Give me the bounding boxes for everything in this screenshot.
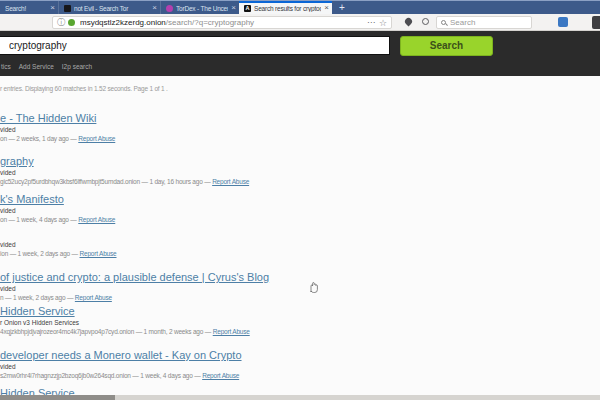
result-meta: s2mw0rhr4i7rhagnzzjp2bzoq6jb0w264sqd.oni… xyxy=(0,372,239,379)
nav-link-statistics[interactable]: tics xyxy=(1,63,11,70)
horizontal-scrollbar[interactable] xyxy=(0,395,600,400)
tab-title: not Evil - Search Tor xyxy=(74,5,149,12)
result-description: vided xyxy=(0,363,16,370)
toolbar-search-box[interactable]: Search xyxy=(436,16,532,29)
tab-search-results-active[interactable]: A Search results for cryptography – × xyxy=(239,1,332,15)
query-input[interactable] xyxy=(0,36,390,55)
tab-title: TorDex - The Uncensored Tor Se xyxy=(176,5,228,12)
result-meta: 4xqjzkbhpjdjvajrozeor4mc4k7japvpo4p7cyd.… xyxy=(0,328,250,335)
report-abuse-link[interactable]: Report Abuse xyxy=(78,135,115,142)
result-title-link[interactable]: graphy xyxy=(0,155,34,167)
ahmia-favicon-icon: A xyxy=(244,5,251,12)
url-domain: msydqstlz2kzerdg.onion xyxy=(80,18,166,27)
result-description: vided xyxy=(0,285,16,292)
result-title-link[interactable]: e - The Hidden Wiki xyxy=(0,112,96,124)
result-description: vided xyxy=(0,207,16,214)
results-summary: r entries. Displaying 60 matches in 1.52… xyxy=(0,85,168,92)
nav-link-add-service[interactable]: Add Service xyxy=(19,63,54,70)
result-url-and-age: on — 2 weeks, 1 day ago — xyxy=(0,135,78,142)
header-nav-links: tics Add Service I2p search xyxy=(1,63,92,70)
result-meta: on — 2 weeks, 1 day ago — Report Abuse xyxy=(0,135,115,142)
url-text: msydqstlz2kzerdg.onion/search/?q=cryptog… xyxy=(80,18,363,27)
scrollbar-thumb[interactable] xyxy=(0,395,115,400)
result-description: vided xyxy=(0,169,16,176)
security-level-icon[interactable] xyxy=(422,18,429,25)
result-meta: gic52ucy2pf5urdbhqw3kbsf6lffwmbpjt5umdad… xyxy=(0,178,249,185)
noscript-icon[interactable] xyxy=(404,17,414,27)
notevil-favicon-icon xyxy=(64,5,71,12)
tab-close-icon[interactable]: × xyxy=(50,4,55,12)
tab-title: Search results for cryptography – xyxy=(254,5,321,12)
result-description: vided xyxy=(0,126,16,133)
result-title-link[interactable]: developer needs a Monero wallet - Kay on… xyxy=(0,349,242,361)
report-abuse-link[interactable]: Report Abuse xyxy=(80,250,117,257)
search-result: e - The Hidden Wiki vided on — 2 weeks, … xyxy=(0,112,600,146)
search-header: Search tics Add Service I2p search xyxy=(0,31,600,76)
tab-bar: Search! × not Evil - Search Tor × TorDex… xyxy=(0,0,600,14)
tab-close-icon[interactable]: × xyxy=(231,4,236,12)
tab-close-icon[interactable]: × xyxy=(152,4,157,12)
search-result: developer needs a Monero wallet - Kay on… xyxy=(0,349,600,383)
bookmark-star-icon[interactable]: ☆ xyxy=(379,18,387,28)
result-url-and-age: ion — 1 week, 2 days ago — xyxy=(0,250,80,257)
report-abuse-link[interactable]: Report Abuse xyxy=(78,216,115,223)
extension-icon[interactable] xyxy=(558,17,568,27)
search-result: k's Manifesto vided on — 1 week, 4 days … xyxy=(0,193,600,227)
tab-close-icon[interactable]: × xyxy=(324,4,329,12)
tab-search[interactable]: Search! × xyxy=(0,1,58,15)
tab-not-evil[interactable]: not Evil - Search Tor × xyxy=(58,1,160,15)
result-meta: n — 1 week, 2 days ago — Report Abuse xyxy=(0,294,112,301)
tab-tordex[interactable]: TorDex - The Uncensored Tor Se × xyxy=(160,1,239,15)
menu-icon[interactable] xyxy=(592,16,600,29)
result-meta: on — 1 week, 4 days ago — Report Abuse xyxy=(0,216,115,223)
result-description: r Onion v3 Hidden Services xyxy=(0,319,79,326)
report-abuse-link[interactable]: Report Abuse xyxy=(213,328,250,335)
search-icon xyxy=(441,20,446,25)
result-description: vided xyxy=(0,241,16,248)
onion-circuit-icon[interactable] xyxy=(68,19,75,26)
nav-link-i2p-search[interactable]: I2p search xyxy=(62,63,92,70)
report-abuse-link[interactable]: Report Abuse xyxy=(212,178,249,185)
result-url-and-age: gic52ucy2pf5urdbhqw3kbsf6lffwmbpjt5umdad… xyxy=(0,178,212,185)
result-title-link[interactable]: k's Manifesto xyxy=(0,193,64,205)
url-bar[interactable]: ⓘ msydqstlz2kzerdg.onion/search/?q=crypt… xyxy=(52,16,392,29)
result-title-link[interactable]: Hidden Service xyxy=(0,305,75,317)
search-result: vided ion — 1 week, 2 days ago — Report … xyxy=(0,227,600,261)
search-button[interactable]: Search xyxy=(400,36,493,56)
report-abuse-link[interactable]: Report Abuse xyxy=(202,372,239,379)
url-path: /search/?q=cryptography xyxy=(166,18,254,27)
result-title-link[interactable]: of justice and crypto: a plausible defen… xyxy=(0,271,269,283)
new-tab-button[interactable]: + xyxy=(334,1,350,15)
search-placeholder: Search xyxy=(450,18,475,27)
tordex-favicon-icon xyxy=(166,5,173,12)
result-url-and-age: 4xqjzkbhpjdjvajrozeor4mc4k7japvpo4p7cyd.… xyxy=(0,328,213,335)
hand-cursor-icon xyxy=(308,279,320,294)
search-result: graphy vided gic52ucy2pf5urdbhqw3kbsf6lf… xyxy=(0,155,600,189)
tab-title: Search! xyxy=(5,5,47,12)
result-url-and-age: n — 1 week, 2 days ago — xyxy=(0,294,75,301)
page-actions-icon[interactable]: ⋯ xyxy=(367,18,375,27)
search-result: of justice and crypto: a plausible defen… xyxy=(0,271,600,305)
browser-window: Search! × not Evil - Search Tor × TorDex… xyxy=(0,0,600,400)
report-abuse-link[interactable]: Report Abuse xyxy=(75,294,112,301)
search-result: Hidden Service r Onion v3 Hidden Service… xyxy=(0,305,600,339)
result-url-and-age: on — 1 week, 4 days ago — xyxy=(0,216,78,223)
site-info-icon[interactable]: ⓘ xyxy=(57,18,65,27)
result-url-and-age: s2mw0rhr4i7rhagnzzjp2bzoq6jb0w264sqd.oni… xyxy=(0,372,202,379)
result-meta: ion — 1 week, 2 days ago — Report Abuse xyxy=(0,250,117,257)
navigation-bar: ⓘ msydqstlz2kzerdg.onion/search/?q=crypt… xyxy=(0,14,600,31)
